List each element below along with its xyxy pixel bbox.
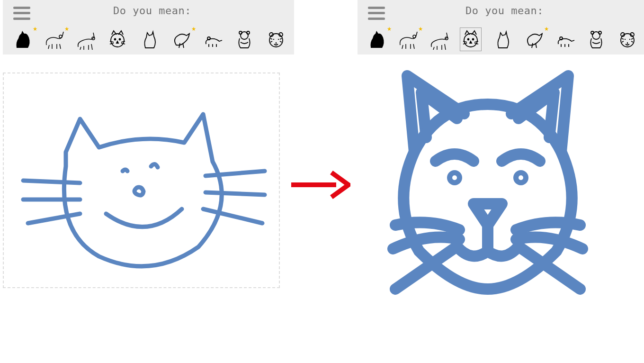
star-icon: ★ xyxy=(64,24,69,33)
cat-face-icon[interactable] xyxy=(107,27,128,51)
bird-dove-icon[interactable]: ★ xyxy=(523,27,544,51)
drawing-canvas[interactable] xyxy=(3,73,280,288)
svg-point-16 xyxy=(519,175,523,180)
toolbar: Do you mean: ★★★ xyxy=(3,0,294,54)
tiger-face-icon[interactable] xyxy=(265,27,286,51)
cat-sitting-line-icon[interactable] xyxy=(492,27,513,51)
arrow-icon xyxy=(289,166,350,206)
toolbar: Do you mean: ★★★ xyxy=(358,0,644,54)
svg-point-14 xyxy=(452,175,457,180)
bear-hug-icon[interactable] xyxy=(233,27,255,51)
rodent-icon[interactable] xyxy=(555,27,575,51)
star-icon: ★ xyxy=(387,24,392,33)
rodent-icon[interactable] xyxy=(202,27,223,51)
bird-dove-icon[interactable]: ★ xyxy=(170,27,191,51)
cat-stretch-icon[interactable] xyxy=(429,27,449,51)
before-panel: Do you mean: ★★★ xyxy=(3,0,294,288)
result-icon-canvas xyxy=(358,62,618,303)
menu-icon[interactable] xyxy=(368,7,385,20)
bear-hug-icon[interactable] xyxy=(586,27,607,51)
cat-walking-icon[interactable]: ★ xyxy=(43,27,64,51)
after-panel: Do you mean: ★★★ xyxy=(358,0,644,303)
menu-icon[interactable] xyxy=(13,7,30,20)
star-icon: ★ xyxy=(544,24,549,33)
star-icon: ★ xyxy=(33,24,37,33)
tiger-face-icon[interactable] xyxy=(617,27,638,51)
star-icon: ★ xyxy=(191,24,196,33)
prompt-label: Do you mean: xyxy=(39,5,294,17)
suggestion-row: ★★★ xyxy=(3,21,294,54)
cat-sitting-solid-icon[interactable]: ★ xyxy=(11,27,33,51)
cat-stretch-icon[interactable] xyxy=(75,27,96,51)
cat-sitting-line-icon[interactable] xyxy=(138,27,160,51)
cat-walking-icon[interactable]: ★ xyxy=(397,27,418,51)
suggestion-row: ★★★ xyxy=(358,21,644,54)
star-icon: ★ xyxy=(418,24,423,33)
cat-sitting-solid-icon[interactable]: ★ xyxy=(366,27,387,51)
cat-face-icon[interactable] xyxy=(460,27,482,51)
prompt-label: Do you mean: xyxy=(394,5,644,17)
